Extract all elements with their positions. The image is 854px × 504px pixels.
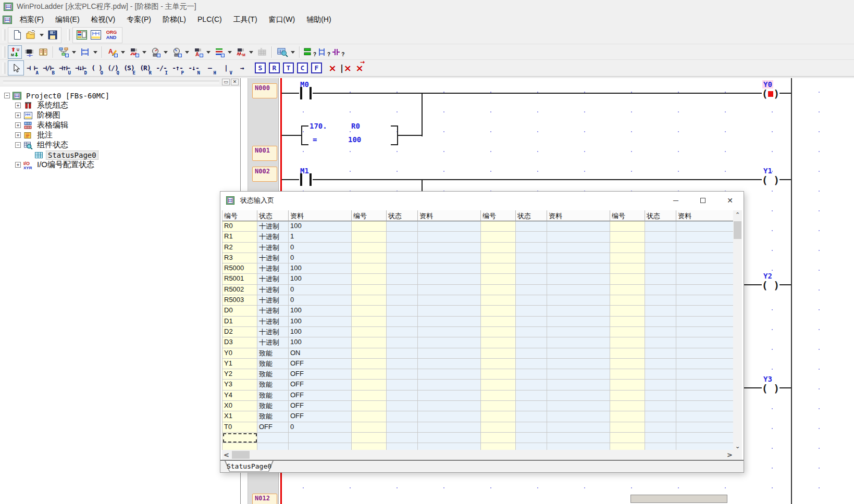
- status-cell[interactable]: [418, 306, 481, 316]
- status-cell[interactable]: [676, 274, 739, 284]
- status-cell[interactable]: [516, 411, 547, 422]
- vertical-scrollbar[interactable]: ⌃ ⌄: [733, 210, 742, 451]
- status-cell[interactable]: [645, 359, 676, 369]
- contact-query-button[interactable]: ?: [331, 45, 345, 59]
- status-cell[interactable]: 十进制: [257, 232, 289, 242]
- status-cell[interactable]: Y1: [222, 359, 257, 369]
- status-cell[interactable]: [645, 369, 676, 380]
- column-header[interactable]: 状态: [645, 210, 676, 221]
- status-cell[interactable]: [387, 337, 418, 348]
- status-cell[interactable]: [610, 253, 645, 263]
- status-cell[interactable]: [645, 285, 676, 295]
- reference-book-button[interactable]: [36, 45, 50, 59]
- status-cell[interactable]: 0: [289, 285, 352, 295]
- status-cell[interactable]: 十进制: [257, 274, 289, 284]
- status-cell[interactable]: [481, 401, 516, 411]
- status-cell[interactable]: [645, 274, 676, 284]
- tree-item-ladder-diagram[interactable]: +阶梯图: [4, 110, 240, 120]
- status-cell[interactable]: [387, 401, 418, 411]
- status-cell[interactable]: OFF: [257, 422, 289, 433]
- status-cell[interactable]: [352, 422, 387, 433]
- status-cell[interactable]: 十进制: [257, 243, 289, 253]
- menu-item-edit[interactable]: 编辑(E): [49, 14, 85, 26]
- column-header[interactable]: 资料: [418, 210, 481, 221]
- status-cell[interactable]: 十进制: [257, 285, 289, 295]
- scroll-left-icon[interactable]: <: [222, 450, 231, 460]
- status-cell[interactable]: 十进制: [257, 221, 289, 232]
- status-cell[interactable]: [352, 433, 387, 443]
- status-cell[interactable]: [676, 359, 739, 369]
- status-cell[interactable]: [352, 253, 387, 263]
- status-cell[interactable]: [516, 348, 547, 359]
- ladder-window-button[interactable]: [75, 28, 89, 42]
- rung-label-n002[interactable]: N002: [252, 167, 277, 182]
- ladder-tool-E[interactable]: (S)E: [121, 60, 137, 75]
- ladder-network-dropdown[interactable]: [92, 45, 99, 59]
- ladder-tool-R[interactable]: (R)R: [137, 60, 153, 75]
- status-cell[interactable]: [645, 401, 676, 411]
- coil-y0[interactable]: (): [762, 87, 779, 100]
- status-cell[interactable]: [516, 274, 547, 284]
- status-cell[interactable]: [387, 359, 418, 369]
- column-header[interactable]: 状态: [516, 210, 547, 221]
- status-cell[interactable]: [387, 348, 418, 359]
- status-cell[interactable]: 100: [289, 337, 352, 348]
- status-cell[interactable]: [610, 306, 645, 316]
- status-cell[interactable]: R5000: [222, 263, 257, 274]
- status-cell[interactable]: 十进制: [257, 253, 289, 263]
- status-cell[interactable]: [418, 401, 481, 411]
- status-cell[interactable]: [387, 390, 418, 401]
- status-cell[interactable]: [645, 295, 676, 306]
- ladder-tool-A[interactable]: ⊣ ⊢A: [24, 60, 40, 75]
- status-cell[interactable]: [676, 401, 739, 411]
- status-cell[interactable]: [645, 411, 676, 422]
- status-cell[interactable]: 致能: [257, 348, 289, 359]
- meter-monitor-dropdown[interactable]: [162, 45, 169, 59]
- tree-item-statuspage0[interactable]: StatusPage0: [4, 150, 240, 160]
- column-header[interactable]: 编号: [481, 210, 516, 221]
- status-cell[interactable]: [418, 390, 481, 401]
- status-cell[interactable]: [547, 263, 610, 274]
- status-cell[interactable]: T0: [222, 422, 257, 433]
- tree-item-io-config[interactable]: +I/OXYRI/O编号配置状态: [4, 160, 240, 170]
- delete-tool-2[interactable]: ×→: [353, 61, 366, 75]
- status-cell[interactable]: [418, 274, 481, 284]
- io-wave-monitor-button[interactable]: [127, 45, 141, 59]
- status-cell[interactable]: [387, 263, 418, 274]
- status-cell[interactable]: [418, 380, 481, 390]
- status-cell[interactable]: [610, 411, 645, 422]
- status-cell[interactable]: [610, 221, 645, 232]
- ladder-tool-D[interactable]: ⊣↓⊢D: [72, 60, 89, 75]
- status-cell[interactable]: 0: [289, 243, 352, 253]
- status-cell[interactable]: [418, 348, 481, 359]
- status-cell[interactable]: [352, 359, 387, 369]
- tree-item-comment[interactable]: +批注: [4, 130, 240, 140]
- status-cell[interactable]: [610, 401, 645, 411]
- status-cell[interactable]: [387, 317, 418, 327]
- status-cell[interactable]: [516, 433, 547, 443]
- status-cell[interactable]: [645, 243, 676, 253]
- status-cell[interactable]: [547, 390, 610, 401]
- ladder-tool-wire[interactable]: →: [234, 60, 250, 75]
- status-cell[interactable]: 致能: [257, 359, 289, 369]
- coil-y2[interactable]: (): [762, 279, 779, 292]
- gauge-monitor-dropdown[interactable]: [183, 45, 191, 59]
- status-cell[interactable]: [610, 380, 645, 390]
- status-cell[interactable]: [387, 253, 418, 263]
- status-cell[interactable]: [676, 337, 739, 348]
- status-cell[interactable]: [418, 422, 481, 433]
- status-cell[interactable]: 十进制: [257, 306, 289, 316]
- status-cell[interactable]: [547, 317, 610, 327]
- compare-fn-number[interactable]: 170.: [310, 122, 327, 130]
- menu-item-view[interactable]: 检视(V): [85, 14, 121, 26]
- status-cell[interactable]: [352, 337, 387, 348]
- status-cell[interactable]: [387, 433, 418, 443]
- status-cell[interactable]: [418, 243, 481, 253]
- status-cell[interactable]: [610, 433, 645, 443]
- column-header[interactable]: 状态: [387, 210, 418, 221]
- motion-wave-dropdown[interactable]: [247, 45, 255, 59]
- instruction-tool-C[interactable]: C: [297, 62, 308, 73]
- status-cell[interactable]: 0: [289, 295, 352, 306]
- status-cell[interactable]: [352, 390, 387, 401]
- status-cell[interactable]: Y4: [222, 390, 257, 401]
